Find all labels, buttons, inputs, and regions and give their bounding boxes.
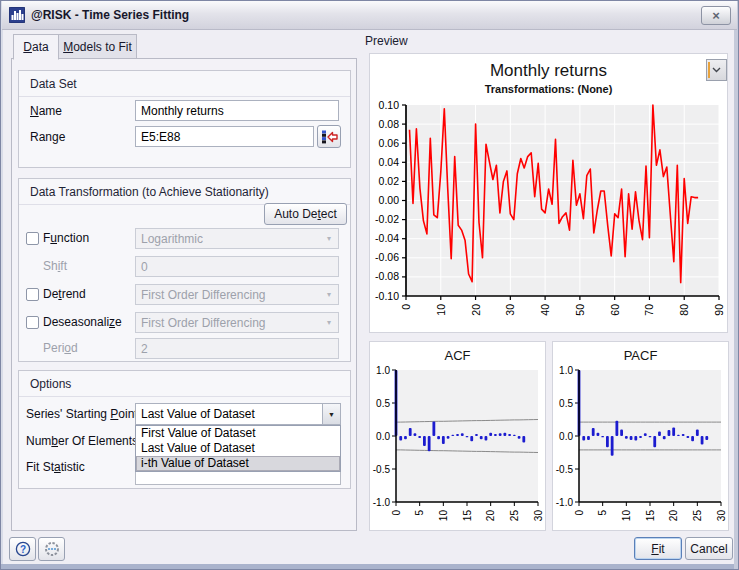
svg-text:0.0: 0.0 <box>376 431 390 442</box>
range-picker-button[interactable] <box>317 125 341 148</box>
pacf-chart: 1.00.50.0-0.5-1.0051015202530 <box>553 366 728 530</box>
svg-text:5: 5 <box>414 510 425 516</box>
title-bar: @RISK - Time Series Fitting <box>2 1 737 30</box>
deseasonalize-select[interactable]: First Order Differencing ▾ <box>135 312 339 333</box>
number-of-elements-label: Number Of Elements <box>26 434 138 448</box>
data-tab-page: Data Set Name Range Data Transformation … <box>11 58 357 531</box>
detrend-checkbox[interactable] <box>26 288 39 301</box>
pacf-chart-title: PACF <box>553 348 728 363</box>
tab-data-label: Data <box>23 40 48 54</box>
chevron-down-icon: ▾ <box>320 285 338 304</box>
fit-button-label: Fit <box>651 542 664 556</box>
svg-text:20: 20 <box>470 304 482 316</box>
help-button[interactable]: ? <box>9 537 36 561</box>
range-input[interactable] <box>135 126 314 147</box>
period-input <box>135 338 339 359</box>
cancel-button-label: Cancel <box>690 542 727 556</box>
main-chart-card: Monthly returns Transformations: (None) … <box>369 53 728 333</box>
svg-text:25: 25 <box>692 510 703 522</box>
svg-text:0.02: 0.02 <box>379 175 400 187</box>
svg-text:50: 50 <box>574 304 586 316</box>
dropdown-item-last-value[interactable]: Last Value of Dataset <box>136 441 340 456</box>
svg-text:60: 60 <box>609 304 621 316</box>
fit-button[interactable]: Fit <box>634 537 682 560</box>
svg-text:0: 0 <box>574 510 585 516</box>
svg-text:0: 0 <box>400 304 412 310</box>
svg-text:-0.06: -0.06 <box>375 251 399 263</box>
tab-data[interactable]: Data <box>13 34 59 60</box>
svg-text:10: 10 <box>435 304 447 316</box>
tab-models-to-fit[interactable]: Models to Fit <box>59 34 137 59</box>
deseasonalize-label: Deseasonalize <box>43 315 122 329</box>
acf-chart: 1.00.50.0-0.5-1.0051015202530 <box>370 366 545 530</box>
name-label: Name <box>30 104 62 118</box>
close-icon: × <box>712 9 720 22</box>
svg-text:5: 5 <box>597 510 608 516</box>
svg-text:-1.0: -1.0 <box>556 497 574 508</box>
svg-text:0.08: 0.08 <box>379 118 400 130</box>
gear-icon <box>44 541 60 557</box>
dropdown-item-ith-value[interactable]: i-th Value of Dataset <box>136 456 340 471</box>
svg-text:15: 15 <box>462 510 473 522</box>
deseasonalize-checkbox[interactable] <box>26 316 39 329</box>
monthly-returns-chart: 0.100.080.060.040.020.00-0.02-0.04-0.06-… <box>370 100 727 330</box>
cancel-button[interactable]: Cancel <box>685 537 733 560</box>
svg-text:30: 30 <box>533 510 544 522</box>
range-label: Range <box>30 130 65 144</box>
svg-text:80: 80 <box>678 304 690 316</box>
starting-point-label: Series' Starting Point <box>26 407 138 421</box>
svg-text:?: ? <box>19 544 25 555</box>
window-title: @RISK - Time Series Fitting <box>31 8 189 22</box>
svg-text:-0.08: -0.08 <box>375 270 399 282</box>
svg-text:20: 20 <box>668 510 679 522</box>
close-button[interactable]: × <box>701 6 731 25</box>
acf-chart-card: ACF 1.00.50.0-0.5-1.0051015202530 <box>369 341 546 531</box>
shift-input <box>135 256 339 277</box>
detrend-select[interactable]: First Order Differencing ▾ <box>135 284 339 305</box>
function-checkbox[interactable] <box>26 232 39 245</box>
svg-text:0.04: 0.04 <box>379 156 400 168</box>
preview-options-dropdown-button[interactable] <box>706 59 727 81</box>
chevron-down-icon <box>712 67 721 73</box>
partially-hidden-field <box>135 472 341 485</box>
svg-text:20: 20 <box>485 510 496 522</box>
detrend-select-value: First Order Differencing <box>136 285 320 304</box>
svg-text:0.06: 0.06 <box>379 137 400 149</box>
svg-text:-0.10: -0.10 <box>375 290 399 302</box>
svg-text:0.5: 0.5 <box>559 398 573 409</box>
svg-text:1.0: 1.0 <box>376 366 390 376</box>
period-label: Period <box>43 341 78 355</box>
svg-text:0.00: 0.00 <box>379 194 400 206</box>
svg-text:0.0: 0.0 <box>559 431 573 442</box>
dropdown-item-first-value[interactable]: First Value of Dataset <box>136 426 340 441</box>
starting-point-select[interactable]: Last Value of Dataset ▼ <box>135 403 341 425</box>
fit-statistic-label: Fit Statistic <box>26 460 85 474</box>
chevron-down-icon: ▼ <box>322 404 340 424</box>
chevron-down-icon: ▾ <box>320 229 338 248</box>
name-input[interactable] <box>135 100 339 121</box>
auto-detect-button[interactable]: Auto Detect <box>264 203 347 225</box>
options-header: Options <box>19 371 350 397</box>
main-chart-title: Monthly returns <box>370 61 727 81</box>
help-icon: ? <box>15 541 31 557</box>
svg-text:10: 10 <box>621 510 632 522</box>
function-select-value: Logarithmic <box>136 229 320 248</box>
svg-text:30: 30 <box>504 304 516 316</box>
svg-text:-0.02: -0.02 <box>375 213 399 225</box>
chevron-down-icon: ▾ <box>320 313 338 332</box>
starting-point-dropdown-list: First Value of Dataset Last Value of Dat… <box>135 425 341 472</box>
transformation-header: Data Transformation (to Achieve Stationa… <box>19 179 350 205</box>
svg-text:-0.5: -0.5 <box>373 464 391 475</box>
svg-text:-0.5: -0.5 <box>556 464 574 475</box>
pacf-chart-card: PACF 1.00.50.0-0.5-1.0051015202530 <box>552 341 729 531</box>
svg-text:0: 0 <box>391 510 402 516</box>
svg-text:40: 40 <box>539 304 551 316</box>
settings-button[interactable] <box>38 537 65 561</box>
function-select[interactable]: Logarithmic ▾ <box>135 228 339 249</box>
preview-label: Preview <box>365 34 408 48</box>
starting-point-value: Last Value of Dataset <box>136 404 322 424</box>
tab-models-label: Models to Fit <box>63 40 132 54</box>
svg-text:0.10: 0.10 <box>379 100 400 111</box>
detrend-label: Detrend <box>43 287 86 301</box>
main-chart-subtitle: Transformations: (None) <box>370 83 727 95</box>
